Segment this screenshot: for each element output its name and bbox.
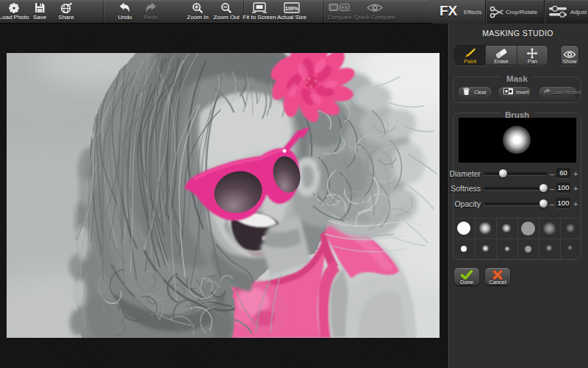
svg-text:FX: FX bbox=[342, 5, 348, 10]
svg-text:100%: 100% bbox=[285, 6, 299, 11]
